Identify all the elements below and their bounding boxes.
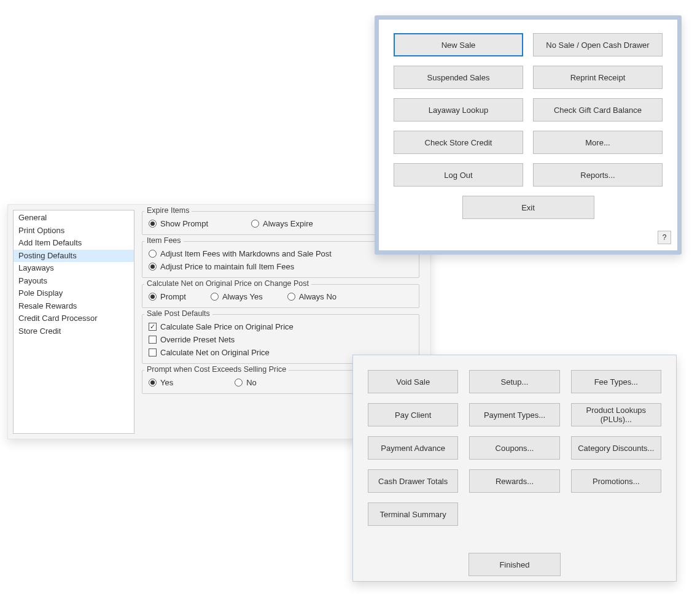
product-lookups-button[interactable]: Product Lookups (PLUs)... (571, 403, 661, 426)
sidebar-item-print-options[interactable]: Print Options (14, 225, 134, 237)
radio-label: Always No (299, 292, 336, 301)
check-calc-sale-price[interactable]: ✓ Calculate Sale Price on Original Price (149, 322, 413, 331)
main-menu-grid: New Sale No Sale / Open Cash Drawer Susp… (394, 33, 663, 187)
check-label: Override Preset Nets (160, 335, 235, 344)
check-label: Calculate Net on Original Price (160, 348, 270, 357)
pay-client-button[interactable]: Pay Client (368, 403, 458, 426)
coupons-button[interactable]: Coupons... (469, 436, 559, 460)
more-button[interactable]: More... (533, 131, 663, 154)
rewards-button[interactable]: Rewards... (469, 469, 559, 493)
sidebar-item-store-credit[interactable]: Store Credit (14, 325, 134, 338)
finished-button[interactable]: Finished (469, 553, 561, 576)
sidebar-item-posting-defaults[interactable]: Posting Defaults (14, 250, 134, 263)
radio-label: Adjust Price to maintain full Item Fees (160, 262, 294, 271)
more-menu-grid: Void Sale Setup... Fee Types... Pay Clie… (368, 370, 661, 526)
sale-post-legend: Sale Post Defaults (144, 309, 212, 318)
sidebar-item-resale-rewards[interactable]: Resale Rewards (14, 300, 134, 313)
calc-net-group: Calculate Net on Original Price on Chang… (142, 284, 419, 308)
reports-button[interactable]: Reports... (533, 163, 663, 187)
layaway-lookup-button[interactable]: Layaway Lookup (394, 98, 523, 121)
radio-no[interactable]: No (235, 378, 257, 387)
radio-label: No (246, 378, 257, 387)
item-fees-legend: Item Fees (144, 236, 184, 245)
main-pos-menu: New Sale No Sale / Open Cash Drawer Susp… (375, 15, 682, 255)
radio-prompt[interactable]: Prompt (149, 292, 186, 301)
reprint-receipt-button[interactable]: Reprint Receipt (533, 66, 663, 89)
expire-items-legend: Expire Items (144, 206, 192, 215)
radio-always-expire[interactable]: Always Expire (251, 219, 313, 228)
check-gift-card-button[interactable]: Check Gift Card Balance (533, 98, 663, 121)
sidebar-item-add-item-defaults[interactable]: Add Item Defaults (14, 237, 134, 250)
promotions-button[interactable]: Promotions... (571, 469, 661, 493)
sidebar-item-general[interactable]: General (14, 212, 134, 225)
radio-adjust-price[interactable]: Adjust Price to maintain full Item Fees (149, 262, 413, 271)
fee-types-button[interactable]: Fee Types... (571, 370, 661, 393)
sidebar-item-layaways[interactable]: Layaways (14, 262, 134, 275)
no-sale-button[interactable]: No Sale / Open Cash Drawer (533, 33, 663, 56)
sidebar-item-payouts[interactable]: Payouts (14, 275, 134, 288)
radio-label: Always Yes (222, 292, 263, 301)
help-button[interactable]: ? (658, 231, 671, 244)
radio-show-prompt[interactable]: Show Prompt (149, 219, 208, 228)
radio-label: Prompt (160, 292, 186, 301)
payment-types-button[interactable]: Payment Types... (469, 403, 559, 426)
radio-always-yes[interactable]: Always Yes (211, 292, 263, 301)
setup-button[interactable]: Setup... (469, 370, 559, 393)
category-discounts-button[interactable]: Category Discounts... (571, 436, 661, 460)
new-sale-button[interactable]: New Sale (394, 33, 523, 56)
radio-adjust-item-fees[interactable]: Adjust Item Fees with Markdowns and Sale… (149, 249, 413, 258)
check-override-preset-nets[interactable]: Override Preset Nets (149, 335, 413, 344)
log-out-button[interactable]: Log Out (394, 163, 523, 187)
sidebar-item-pole-display[interactable]: Pole Display (14, 287, 134, 300)
void-sale-button[interactable]: Void Sale (368, 370, 458, 393)
check-store-credit-button[interactable]: Check Store Credit (394, 131, 523, 154)
radio-always-no[interactable]: Always No (287, 292, 336, 301)
radio-label: Show Prompt (160, 219, 208, 228)
terminal-summary-button[interactable]: Terminal Summary (368, 503, 458, 526)
check-label: Calculate Sale Price on Original Price (160, 322, 294, 331)
cash-drawer-totals-button[interactable]: Cash Drawer Totals (368, 469, 458, 493)
calc-net-legend: Calculate Net on Original Price on Chang… (144, 279, 311, 288)
prompt-cost-legend: Prompt when Cost Exceeds Selling Price (144, 365, 289, 374)
more-menu-dialog: Void Sale Setup... Fee Types... Pay Clie… (352, 355, 677, 582)
settings-sidebar: General Print Options Add Item Defaults … (13, 210, 134, 434)
payment-advance-button[interactable]: Payment Advance (368, 436, 458, 460)
radio-label: Adjust Item Fees with Markdowns and Sale… (160, 249, 332, 258)
exit-button[interactable]: Exit (462, 196, 594, 219)
radio-label: Always Expire (263, 219, 313, 228)
suspended-sales-button[interactable]: Suspended Sales (394, 66, 523, 89)
sidebar-item-credit-card-processor[interactable]: Credit Card Processor (14, 312, 134, 325)
radio-label: Yes (160, 378, 173, 387)
radio-yes[interactable]: Yes (149, 378, 173, 387)
